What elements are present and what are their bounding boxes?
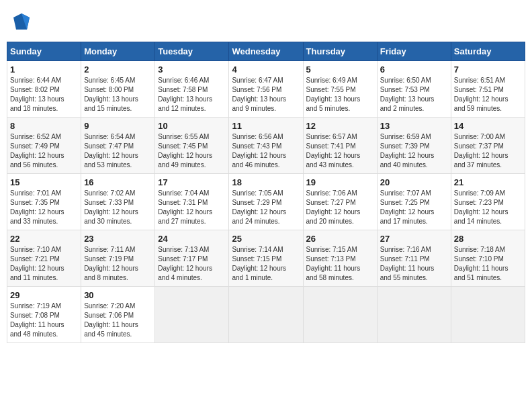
- calendar-cell: 24Sunrise: 7:13 AM Sunset: 7:17 PM Dayli…: [155, 230, 229, 287]
- column-header-wednesday: Wednesday: [229, 42, 303, 61]
- column-header-saturday: Saturday: [451, 42, 525, 61]
- day-info: Sunrise: 6:49 AM Sunset: 7:55 PM Dayligh…: [306, 76, 374, 113]
- day-number: 28: [454, 234, 522, 244]
- calendar-cell: 17Sunrise: 7:04 AM Sunset: 7:31 PM Dayli…: [155, 174, 229, 230]
- calendar-cell: 13Sunrise: 6:59 AM Sunset: 7:39 PM Dayli…: [377, 118, 451, 174]
- column-header-sunday: Sunday: [7, 42, 81, 61]
- calendar-cell: 15Sunrise: 7:01 AM Sunset: 7:35 PM Dayli…: [7, 174, 81, 230]
- day-info: Sunrise: 7:02 AM Sunset: 7:33 PM Dayligh…: [84, 189, 152, 226]
- day-info: Sunrise: 7:09 AM Sunset: 7:23 PM Dayligh…: [454, 189, 522, 226]
- day-info: Sunrise: 6:44 AM Sunset: 8:02 PM Dayligh…: [10, 76, 78, 113]
- day-number: 9: [84, 121, 152, 131]
- day-info: Sunrise: 6:51 AM Sunset: 7:51 PM Dayligh…: [454, 76, 522, 113]
- day-number: 17: [158, 177, 226, 187]
- day-number: 1: [10, 64, 78, 75]
- day-info: Sunrise: 6:50 AM Sunset: 7:53 PM Dayligh…: [380, 76, 448, 113]
- day-info: Sunrise: 6:45 AM Sunset: 8:00 PM Dayligh…: [84, 76, 152, 113]
- calendar-body: 1Sunrise: 6:44 AM Sunset: 8:02 PM Daylig…: [7, 61, 525, 343]
- calendar-cell: 25Sunrise: 7:14 AM Sunset: 7:15 PM Dayli…: [229, 230, 303, 287]
- day-number: 6: [380, 64, 448, 75]
- calendar-cell: 3Sunrise: 6:46 AM Sunset: 7:58 PM Daylig…: [155, 61, 229, 118]
- day-info: Sunrise: 7:06 AM Sunset: 7:27 PM Dayligh…: [306, 189, 374, 226]
- header-row: SundayMondayTuesdayWednesdayThursdayFrid…: [7, 42, 525, 61]
- calendar-cell: 20Sunrise: 7:07 AM Sunset: 7:25 PM Dayli…: [377, 174, 451, 230]
- day-info: Sunrise: 7:00 AM Sunset: 7:37 PM Dayligh…: [454, 132, 522, 170]
- day-info: Sunrise: 7:18 AM Sunset: 7:10 PM Dayligh…: [454, 245, 522, 283]
- calendar-cell: 16Sunrise: 7:02 AM Sunset: 7:33 PM Dayli…: [81, 174, 155, 230]
- day-number: 29: [10, 290, 78, 300]
- day-number: 25: [232, 234, 300, 244]
- day-number: 26: [306, 234, 374, 244]
- week-row-5: 29Sunrise: 7:19 AM Sunset: 7:08 PM Dayli…: [7, 287, 525, 343]
- day-number: 10: [158, 121, 226, 131]
- day-info: Sunrise: 7:01 AM Sunset: 7:35 PM Dayligh…: [10, 189, 78, 226]
- day-info: Sunrise: 7:11 AM Sunset: 7:19 PM Dayligh…: [84, 245, 152, 283]
- day-info: Sunrise: 7:14 AM Sunset: 7:15 PM Dayligh…: [232, 245, 300, 283]
- calendar-cell: 12Sunrise: 6:57 AM Sunset: 7:41 PM Dayli…: [303, 118, 377, 174]
- calendar-cell: 30Sunrise: 7:20 AM Sunset: 7:06 PM Dayli…: [81, 287, 155, 343]
- day-info: Sunrise: 7:05 AM Sunset: 7:29 PM Dayligh…: [232, 189, 300, 226]
- day-info: Sunrise: 7:10 AM Sunset: 7:21 PM Dayligh…: [10, 245, 78, 283]
- calendar-cell: 10Sunrise: 6:55 AM Sunset: 7:45 PM Dayli…: [155, 118, 229, 174]
- calendar-cell: 8Sunrise: 6:52 AM Sunset: 7:49 PM Daylig…: [7, 118, 81, 174]
- day-info: Sunrise: 6:55 AM Sunset: 7:45 PM Dayligh…: [158, 132, 226, 170]
- calendar-cell: 21Sunrise: 7:09 AM Sunset: 7:23 PM Dayli…: [451, 174, 525, 230]
- week-row-2: 8Sunrise: 6:52 AM Sunset: 7:49 PM Daylig…: [7, 118, 525, 174]
- day-number: 21: [454, 177, 522, 187]
- calendar-cell: [229, 287, 303, 343]
- day-info: Sunrise: 6:57 AM Sunset: 7:41 PM Dayligh…: [306, 132, 374, 170]
- day-number: 11: [232, 121, 300, 131]
- day-number: 22: [10, 234, 78, 244]
- day-number: 5: [306, 64, 374, 75]
- day-info: Sunrise: 6:54 AM Sunset: 7:47 PM Dayligh…: [84, 132, 152, 170]
- week-row-1: 1Sunrise: 6:44 AM Sunset: 8:02 PM Daylig…: [7, 61, 525, 118]
- day-info: Sunrise: 6:52 AM Sunset: 7:49 PM Dayligh…: [10, 132, 78, 170]
- calendar-cell: 18Sunrise: 7:05 AM Sunset: 7:29 PM Dayli…: [229, 174, 303, 230]
- day-number: 13: [380, 121, 448, 131]
- column-header-monday: Monday: [81, 42, 155, 61]
- calendar-cell: [377, 287, 451, 343]
- day-info: Sunrise: 7:13 AM Sunset: 7:17 PM Dayligh…: [158, 245, 226, 283]
- day-number: 30: [84, 290, 152, 300]
- calendar-cell: 27Sunrise: 7:16 AM Sunset: 7:11 PM Dayli…: [377, 230, 451, 287]
- page-header: [7, 7, 525, 36]
- calendar-cell: 14Sunrise: 7:00 AM Sunset: 7:37 PM Dayli…: [451, 118, 525, 174]
- day-number: 27: [380, 234, 448, 244]
- calendar-cell: 2Sunrise: 6:45 AM Sunset: 8:00 PM Daylig…: [81, 61, 155, 118]
- calendar-cell: 28Sunrise: 7:18 AM Sunset: 7:10 PM Dayli…: [451, 230, 525, 287]
- day-info: Sunrise: 7:20 AM Sunset: 7:06 PM Dayligh…: [84, 302, 152, 339]
- day-number: 18: [232, 177, 300, 187]
- calendar-cell: 7Sunrise: 6:51 AM Sunset: 7:51 PM Daylig…: [451, 61, 525, 118]
- calendar-cell: 23Sunrise: 7:11 AM Sunset: 7:19 PM Dayli…: [81, 230, 155, 287]
- logo-icon: [11, 11, 32, 32]
- calendar-cell: 4Sunrise: 6:47 AM Sunset: 7:56 PM Daylig…: [229, 61, 303, 118]
- calendar-cell: 5Sunrise: 6:49 AM Sunset: 7:55 PM Daylig…: [303, 61, 377, 118]
- day-number: 8: [10, 121, 78, 131]
- day-info: Sunrise: 7:04 AM Sunset: 7:31 PM Dayligh…: [158, 189, 226, 226]
- calendar-cell: [451, 287, 525, 343]
- day-info: Sunrise: 6:46 AM Sunset: 7:58 PM Dayligh…: [158, 76, 226, 113]
- day-info: Sunrise: 7:19 AM Sunset: 7:08 PM Dayligh…: [10, 302, 78, 339]
- calendar-cell: [155, 287, 229, 343]
- day-number: 2: [84, 64, 152, 75]
- calendar-cell: 11Sunrise: 6:56 AM Sunset: 7:43 PM Dayli…: [229, 118, 303, 174]
- logo: [9, 11, 32, 32]
- week-row-3: 15Sunrise: 7:01 AM Sunset: 7:35 PM Dayli…: [7, 174, 525, 230]
- day-number: 7: [454, 64, 522, 75]
- day-number: 3: [158, 64, 226, 75]
- week-row-4: 22Sunrise: 7:10 AM Sunset: 7:21 PM Dayli…: [7, 230, 525, 287]
- calendar-cell: 19Sunrise: 7:06 AM Sunset: 7:27 PM Dayli…: [303, 174, 377, 230]
- day-info: Sunrise: 6:59 AM Sunset: 7:39 PM Dayligh…: [380, 132, 448, 170]
- day-number: 14: [454, 121, 522, 131]
- calendar-table: SundayMondayTuesdayWednesdayThursdayFrid…: [7, 42, 525, 343]
- calendar-cell: 1Sunrise: 6:44 AM Sunset: 8:02 PM Daylig…: [7, 61, 81, 118]
- calendar-cell: 26Sunrise: 7:15 AM Sunset: 7:13 PM Dayli…: [303, 230, 377, 287]
- calendar-cell: 22Sunrise: 7:10 AM Sunset: 7:21 PM Dayli…: [7, 230, 81, 287]
- calendar-cell: 29Sunrise: 7:19 AM Sunset: 7:08 PM Dayli…: [7, 287, 81, 343]
- day-number: 23: [84, 234, 152, 244]
- day-number: 24: [158, 234, 226, 244]
- day-info: Sunrise: 7:15 AM Sunset: 7:13 PM Dayligh…: [306, 245, 374, 283]
- day-number: 20: [380, 177, 448, 187]
- calendar-cell: 9Sunrise: 6:54 AM Sunset: 7:47 PM Daylig…: [81, 118, 155, 174]
- day-number: 4: [232, 64, 300, 75]
